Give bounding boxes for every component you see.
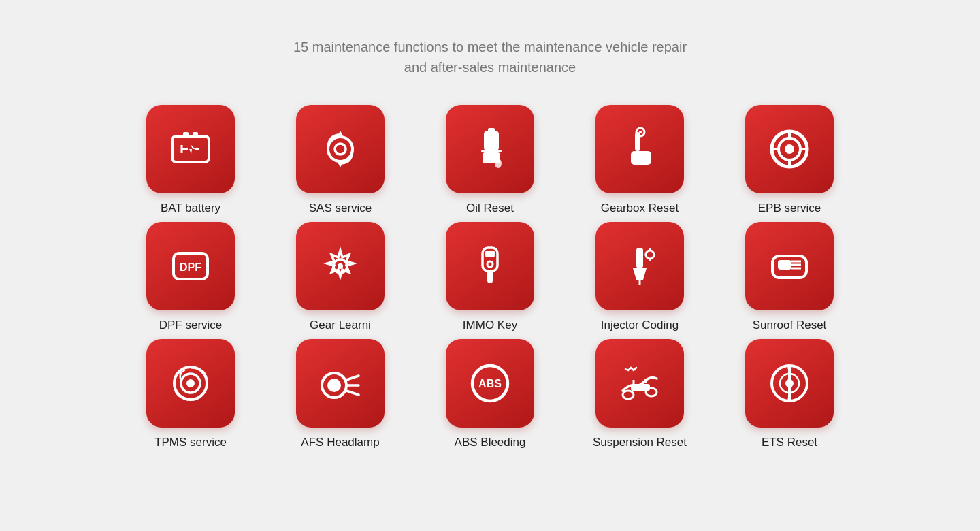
icon-box-oil-reset (446, 105, 534, 193)
svg-point-41 (646, 251, 654, 259)
svg-rect-10 (484, 131, 499, 151)
icon-box-immo-key (446, 222, 534, 310)
function-item-gearbox-reset[interactable]: Gearbox Reset (575, 105, 704, 215)
svg-line-56 (346, 376, 359, 380)
svg-point-24 (785, 144, 794, 154)
svg-rect-34 (485, 251, 495, 257)
function-item-oil-reset[interactable]: Oil Reset (425, 105, 555, 215)
icon-box-abs-bleeding: ABS (446, 339, 534, 428)
function-item-injector-coding[interactable]: Injector Coding (575, 222, 704, 332)
svg-point-55 (327, 379, 341, 392)
icon-box-epb-service (745, 105, 834, 193)
svg-rect-1 (183, 132, 189, 138)
svg-point-37 (487, 278, 493, 283)
svg-point-53 (186, 379, 195, 387)
svg-marker-9 (338, 162, 343, 167)
icon-box-tpms-service (146, 339, 235, 428)
function-label-suspension-reset: Suspension Reset (593, 436, 687, 449)
function-item-dpf-service[interactable]: DPF DPF service (126, 222, 255, 332)
svg-point-21 (639, 131, 642, 133)
function-label-tpms-service: TPMS service (154, 436, 227, 449)
svg-rect-47 (778, 260, 791, 270)
icon-box-gearbox-reset (595, 105, 684, 193)
svg-rect-2 (193, 132, 198, 138)
function-item-suspension-reset[interactable]: Suspension Reset (575, 339, 704, 449)
function-label-immo-key: IMMO Key (463, 319, 517, 332)
svg-point-61 (623, 391, 634, 399)
function-item-gear-learni[interactable]: Gear Learni (276, 222, 405, 332)
function-item-tpms-service[interactable]: TPMS service (126, 339, 255, 449)
function-label-epb-service: EPB service (758, 202, 821, 215)
function-label-sas-service: SAS service (309, 202, 372, 215)
function-item-sas-service[interactable]: SAS service (276, 105, 405, 215)
function-label-afs-headlamp: AFS Headlamp (301, 436, 379, 449)
svg-point-32 (338, 263, 343, 269)
icon-box-afs-headlamp (296, 339, 385, 428)
icon-box-bat-battery (146, 105, 235, 193)
function-label-sunroof-reset: Sunroof Reset (753, 319, 827, 332)
function-item-bat-battery[interactable]: BAT battery (126, 105, 255, 215)
function-item-sunroof-reset[interactable]: Sunroof Reset (725, 222, 854, 332)
function-label-gearbox-reset: Gearbox Reset (601, 202, 679, 215)
icon-box-sas-service (296, 105, 385, 193)
svg-rect-63 (631, 384, 650, 391)
svg-marker-8 (338, 131, 343, 136)
svg-line-58 (346, 391, 359, 395)
function-label-bat-battery: BAT battery (161, 202, 220, 215)
icon-box-gear-learni (296, 222, 385, 310)
function-item-epb-service[interactable]: EPB service (725, 105, 854, 215)
svg-point-18 (643, 155, 649, 161)
icon-box-injector-coding (595, 222, 684, 310)
icon-box-sunroof-reset (745, 222, 834, 310)
svg-point-17 (635, 152, 640, 158)
function-label-oil-reset: Oil Reset (466, 202, 514, 215)
svg-marker-39 (633, 268, 647, 280)
function-label-dpf-service: DPF service (159, 319, 223, 332)
function-label-ets-reset: ETS Reset (762, 436, 817, 449)
function-item-ets-reset[interactable]: ETS Reset (725, 339, 854, 449)
svg-text:ABS: ABS (478, 378, 502, 389)
svg-point-7 (335, 144, 346, 155)
icon-box-suspension-reset (595, 339, 684, 428)
icon-box-ets-reset (745, 339, 834, 428)
svg-rect-38 (636, 248, 643, 268)
function-label-gear-learni: Gear Learni (310, 319, 371, 332)
icon-box-dpf-service: DPF (146, 222, 235, 310)
svg-point-19 (635, 158, 640, 163)
function-label-abs-bleeding: ABS Bleeding (455, 436, 526, 449)
svg-rect-13 (488, 128, 495, 132)
svg-text:DPF: DPF (180, 261, 201, 273)
svg-point-6 (328, 137, 353, 161)
svg-rect-11 (481, 150, 502, 152)
function-item-afs-headlamp[interactable]: AFS Headlamp (276, 339, 405, 449)
svg-point-35 (487, 261, 493, 267)
function-item-abs-bleeding[interactable]: ABS ABS Bleeding (425, 339, 555, 449)
function-item-immo-key[interactable]: IMMO Key (425, 222, 555, 332)
function-label-injector-coding: Injector Coding (601, 319, 679, 332)
svg-point-14 (495, 159, 502, 168)
functions-grid: BAT battery SAS service Oil Reset Gearbo… (126, 105, 854, 449)
page-subtitle: 15 maintenance functions to meet the mai… (293, 37, 687, 78)
